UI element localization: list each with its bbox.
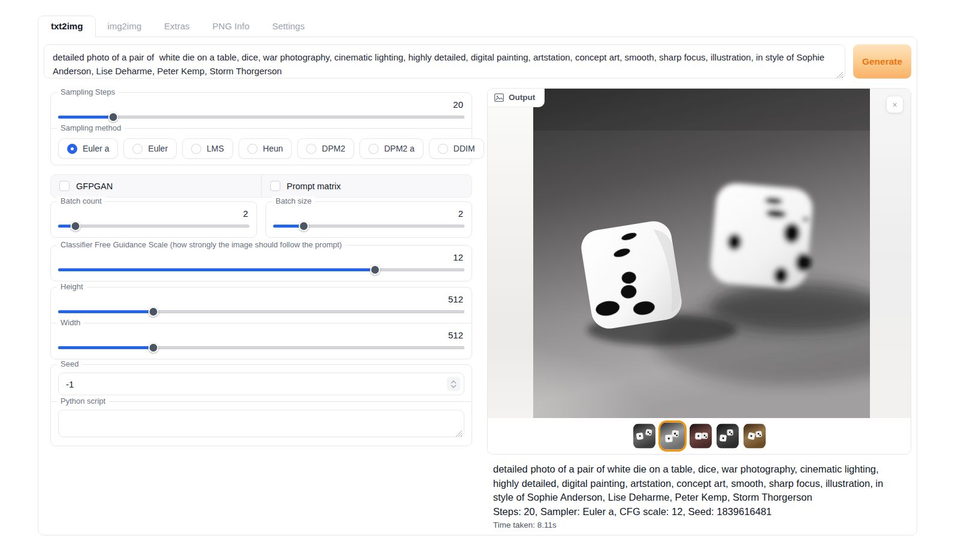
height-value: 512 [58, 294, 463, 304]
slider-fill [58, 310, 153, 313]
caption-time: Time taken: 8.11s [493, 520, 905, 529]
cfg-slider[interactable] [58, 264, 464, 275]
gfpgan-option[interactable]: GFPGAN [51, 175, 261, 197]
sampler-option-dpm2-a[interactable]: DPM2 a [359, 138, 424, 159]
tab-txt2img[interactable]: txt2img [38, 16, 96, 37]
seed-spinner[interactable] [447, 377, 460, 391]
slider-track [58, 225, 249, 228]
output-column: Output × [487, 87, 911, 529]
generate-button[interactable]: Generate [853, 44, 911, 78]
tab-bar: txt2imgimg2imgExtrasPNG InfoSettings [38, 16, 917, 37]
sampler-option-label: DPM2 a [384, 144, 415, 153]
prompt-matrix-label: Prompt matrix [287, 181, 341, 191]
thumbnail-5-dice-brown[interactable] [744, 423, 766, 449]
python-script-input[interactable] [58, 410, 464, 437]
prompt-matrix-checkbox[interactable] [270, 181, 280, 191]
seed-input[interactable] [58, 373, 464, 395]
slider-thumb[interactable] [70, 221, 80, 231]
sampler-option-euler[interactable]: Euler [123, 138, 177, 159]
thumbnail-2-two-dice-gray[interactable] [660, 422, 685, 450]
sampling-method-group: Euler aEulerLMSHeunDPM2DPM2 aDDIMPLMS [58, 138, 464, 159]
sampler-option-ddim[interactable]: DDIM [429, 138, 484, 159]
height-slider[interactable] [58, 306, 464, 317]
slider-track [58, 116, 464, 119]
cfg-label: Classifier Free Guidance Scale (how stro… [57, 240, 346, 249]
slider-thumb[interactable] [149, 343, 159, 353]
batch-count-slider[interactable] [58, 220, 249, 231]
batch-count-label: Batch count [57, 196, 105, 205]
cfg-group: Classifier Free Guidance Scale (how stro… [50, 245, 472, 281]
seed-script-group: Seed Python script [50, 364, 472, 446]
sampler-option-heun[interactable]: Heun [238, 138, 292, 159]
image-icon [494, 93, 504, 102]
sampling-method-section: Sampling method Euler aEulerLMSHeunDPM2D… [51, 128, 472, 165]
sampler-option-label: Euler a [83, 144, 109, 153]
slider-thumb[interactable] [149, 307, 159, 317]
close-icon: × [892, 101, 897, 109]
slider-fill [58, 116, 113, 119]
seed-section: Seed [51, 365, 472, 401]
sampling-group: Sampling Steps 20 Sampling method Euler … [50, 92, 472, 165]
sampler-option-dpm2[interactable]: DPM2 [297, 138, 354, 159]
batch-count-value: 2 [58, 208, 248, 219]
tab-img2img[interactable]: img2img [96, 16, 153, 37]
sampler-option-euler-a[interactable]: Euler a [58, 138, 118, 159]
batch-size-slider[interactable] [273, 220, 464, 231]
radio-icon[interactable] [306, 144, 316, 154]
size-group: Height 512 Width 512 [50, 287, 472, 359]
generated-image[interactable] [533, 89, 870, 418]
radio-icon[interactable] [247, 144, 258, 154]
height-section: Height 512 [51, 287, 472, 323]
tab-png-info[interactable]: PNG Info [201, 16, 261, 37]
radio-icon[interactable] [191, 144, 201, 154]
tab-settings[interactable]: Settings [261, 16, 316, 37]
width-section: Width 512 [51, 323, 472, 359]
sampling-steps-label: Sampling Steps [57, 87, 119, 96]
batch-size-section: Batch size 2 [266, 202, 472, 237]
radio-icon[interactable] [67, 144, 77, 154]
sampler-option-label: LMS [207, 144, 224, 153]
image-stage-right-blur [870, 89, 911, 418]
slider-thumb[interactable] [370, 265, 380, 275]
thumbnail-3-dice-on-table[interactable] [690, 423, 712, 449]
batch-size-label: Batch size [272, 196, 315, 205]
cfg-value: 12 [58, 252, 463, 262]
image-stage: Output × [488, 89, 911, 418]
image-stage-left-blur [488, 89, 533, 418]
gfpgan-checkbox[interactable] [59, 181, 69, 191]
batch-count-section: Batch count 2 [51, 202, 256, 237]
prompt-row: detailed photo of a pair of white die on… [44, 44, 911, 81]
output-panel: Output × [487, 88, 911, 455]
thumbnail-4-dice-dark-scene[interactable] [717, 423, 739, 449]
width-slider[interactable] [58, 342, 464, 353]
thumbnail-1-dice-collage[interactable] [633, 423, 655, 449]
sampler-option-lms[interactable]: LMS [182, 138, 233, 159]
txt2img-app: txt2imgimg2imgExtrasPNG InfoSettings det… [38, 16, 917, 535]
sampler-option-label: Euler [148, 144, 168, 153]
sampler-option-label: Heun [263, 144, 283, 153]
sampling-steps-slider[interactable] [58, 111, 464, 122]
width-label: Width [57, 318, 84, 327]
slider-fill [58, 346, 153, 349]
radio-icon[interactable] [368, 144, 379, 154]
prompt-matrix-option[interactable]: Prompt matrix [261, 175, 472, 197]
cfg-section: Classifier Free Guidance Scale (how stro… [51, 246, 472, 281]
radio-icon[interactable] [438, 144, 448, 154]
slider-fill [58, 268, 375, 271]
slider-thumb[interactable] [299, 221, 309, 231]
batch-size-value: 2 [273, 208, 463, 219]
radio-icon[interactable] [132, 144, 143, 154]
sampling-method-label: Sampling method [57, 123, 125, 132]
caption-params: Steps: 20, Sampler: Euler a, CFG scale: … [493, 505, 905, 519]
height-label: Height [57, 282, 87, 291]
prompt-input[interactable]: detailed photo of a pair of white die on… [44, 44, 845, 78]
close-button[interactable]: × [887, 96, 903, 113]
slider-thumb[interactable] [108, 112, 118, 122]
batch-row: Batch count 2 Batch size 2 [50, 201, 472, 238]
python-script-section: Python script [51, 401, 472, 446]
chevron-down-icon [451, 385, 457, 388]
output-label-chip: Output [488, 89, 545, 107]
tab-extras[interactable]: Extras [153, 16, 201, 37]
chevron-up-icon [451, 380, 457, 384]
output-label: Output [509, 93, 535, 102]
